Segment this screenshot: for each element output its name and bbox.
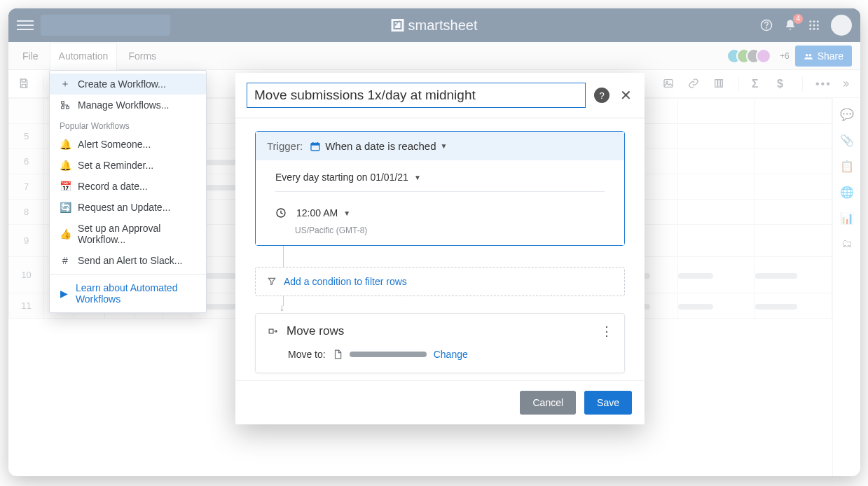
- menu-bar: File Automation Forms +6 Share: [8, 42, 860, 70]
- facepile-more[interactable]: +6: [780, 51, 790, 61]
- save-icon[interactable]: [18, 78, 31, 90]
- currency-icon[interactable]: $: [777, 78, 790, 90]
- svg-rect-16: [664, 79, 673, 87]
- global-search[interactable]: [41, 15, 170, 36]
- svg-rect-23: [62, 106, 64, 109]
- menu-set-reminder[interactable]: 🔔Set a Reminder...: [50, 155, 206, 176]
- workflow-name-input[interactable]: [247, 83, 586, 108]
- time-select[interactable]: 12:00 AM ▼: [296, 203, 350, 223]
- bell-icon: 🔔: [60, 160, 71, 171]
- svg-point-1: [766, 27, 767, 28]
- right-rail: 💬 📎 📋 🌐 📊 🗂: [832, 98, 860, 476]
- collapse-toolbar-icon[interactable]: [841, 79, 850, 89]
- user-avatar[interactable]: [831, 15, 852, 36]
- modal-close-icon[interactable]: ✕: [618, 87, 633, 104]
- calendar-icon: 📅: [60, 181, 71, 192]
- menu-slack-alert[interactable]: #Send an Alert to Slack...: [50, 250, 206, 271]
- svg-point-10: [817, 28, 819, 30]
- column-icon[interactable]: [713, 78, 726, 90]
- schedule-select[interactable]: Every day starting on 01/01/21 ▼: [275, 167, 421, 187]
- summary-rail-icon[interactable]: 🗂: [841, 237, 853, 250]
- brand: smartsheet: [392, 18, 478, 34]
- trigger-label: Trigger:: [267, 140, 303, 152]
- hamburger-icon[interactable]: [17, 17, 34, 34]
- trigger-block: Trigger: When a date is reached ▼ Every …: [255, 131, 625, 246]
- thumbs-up-icon: 👍: [60, 228, 71, 239]
- clock-icon: [275, 207, 287, 218]
- help-icon[interactable]: [759, 18, 773, 32]
- notification-badge: 4: [793, 14, 803, 24]
- svg-point-2: [809, 20, 811, 22]
- svg-rect-19: [718, 79, 720, 87]
- image-icon[interactable]: [663, 78, 675, 90]
- destination-sheet-name: [350, 352, 427, 357]
- svg-rect-22: [67, 106, 69, 109]
- facepile[interactable]: [732, 48, 771, 64]
- action-title: Move rows: [287, 324, 344, 338]
- menu-approval-workflow[interactable]: 👍Set up an Approval Workflow...: [50, 218, 206, 250]
- notification-icon[interactable]: 4: [783, 18, 797, 32]
- publish-rail-icon[interactable]: 🌐: [840, 186, 854, 199]
- proof-rail-icon[interactable]: 📋: [840, 160, 854, 173]
- svg-point-9: [813, 28, 815, 30]
- menu-create-workflow[interactable]: ＋Create a Workflow...: [50, 74, 206, 95]
- add-condition-button[interactable]: Add a condition to filter rows: [255, 267, 625, 296]
- date-icon: [310, 141, 321, 152]
- plus-icon: ＋: [60, 78, 71, 90]
- menu-record-date[interactable]: 📅Record a date...: [50, 176, 206, 197]
- chevron-down-icon: ▼: [414, 174, 421, 181]
- sum-icon[interactable]: Σ: [752, 78, 764, 90]
- attachments-rail-icon[interactable]: 📎: [840, 134, 854, 147]
- svg-point-5: [809, 25, 811, 27]
- chevron-down-icon: ▼: [343, 209, 350, 217]
- top-bar: smartsheet 4: [8, 8, 860, 42]
- svg-point-3: [813, 20, 815, 22]
- menu-learn-workflows[interactable]: ▶Learn about Automated Workflows: [50, 277, 206, 310]
- menu-section-popular: Popular Workflows: [50, 116, 206, 134]
- cancel-button[interactable]: Cancel: [520, 391, 576, 415]
- share-button[interactable]: Share: [795, 46, 852, 67]
- svg-point-12: [808, 54, 811, 57]
- more-icon[interactable]: •••: [815, 78, 828, 90]
- svg-rect-25: [311, 143, 319, 145]
- app-launcher-icon[interactable]: [807, 18, 821, 32]
- trigger-type-select[interactable]: When a date is reached ▼: [310, 140, 447, 152]
- workflow-modal: ? ✕ Trigger: When a date is reached ▼ Ev…: [235, 73, 645, 424]
- bell-icon: 🔔: [60, 139, 71, 150]
- tab-automation[interactable]: Automation: [50, 43, 118, 70]
- svg-point-6: [813, 25, 815, 27]
- logo-icon: [392, 19, 404, 32]
- chevron-down-icon: ▼: [441, 142, 448, 150]
- menu-manage-workflows[interactable]: Manage Workflows...: [50, 95, 206, 116]
- play-icon: ▶: [60, 288, 69, 299]
- menu-request-update[interactable]: 🔄Request an Update...: [50, 197, 206, 218]
- sheet-icon: [333, 349, 343, 360]
- tab-file[interactable]: File: [14, 42, 47, 69]
- save-button[interactable]: Save: [584, 391, 632, 415]
- filter-icon: [267, 277, 277, 286]
- svg-rect-18: [715, 79, 717, 87]
- brand-text: smartsheet: [408, 18, 478, 34]
- change-destination-link[interactable]: Change: [434, 349, 468, 360]
- svg-rect-20: [721, 79, 723, 87]
- move-to-label: Move to:: [288, 349, 326, 360]
- menu-alert-someone[interactable]: 🔔Alert Someone...: [50, 134, 206, 155]
- share-label: Share: [818, 50, 843, 62]
- modal-help-icon[interactable]: ?: [594, 88, 609, 103]
- timezone-label: US/Pacific (GMT-8): [295, 225, 605, 235]
- svg-point-11: [806, 54, 808, 57]
- svg-point-7: [817, 25, 819, 27]
- comments-rail-icon[interactable]: 💬: [840, 108, 854, 121]
- svg-point-8: [809, 28, 811, 30]
- tree-icon: [60, 99, 71, 111]
- action-block: Move rows ⋮ Move to: Change: [255, 313, 625, 373]
- svg-rect-27: [269, 329, 273, 333]
- link-icon[interactable]: [688, 78, 701, 90]
- move-icon: [267, 326, 280, 336]
- refresh-icon: 🔄: [60, 202, 71, 213]
- svg-rect-21: [62, 102, 64, 104]
- activity-rail-icon[interactable]: 📊: [840, 211, 854, 225]
- automation-menu: ＋Create a Workflow... Manage Workflows..…: [49, 70, 207, 313]
- action-menu-icon[interactable]: ⋮: [600, 324, 613, 339]
- tab-forms[interactable]: Forms: [120, 42, 165, 69]
